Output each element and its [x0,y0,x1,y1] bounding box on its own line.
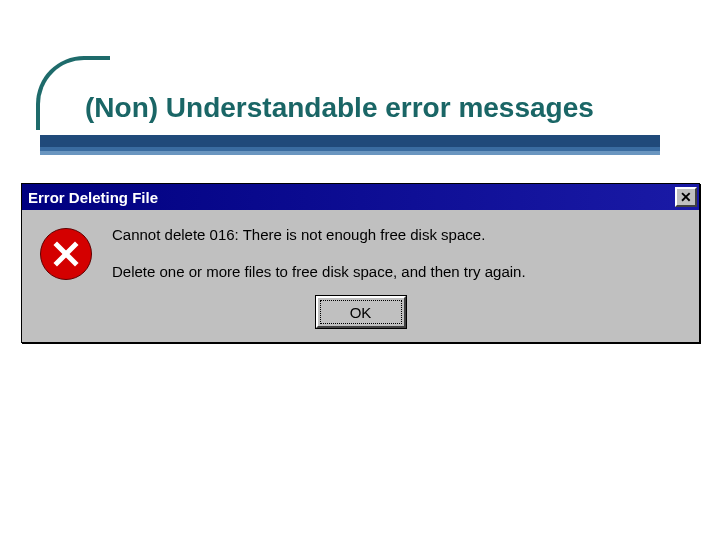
error-dialog: Error Deleting File ✕ Cannot delete 016:… [21,183,700,343]
dialog-titlebar[interactable]: Error Deleting File ✕ [22,184,699,210]
dialog-body: Cannot delete 016: There is not enough f… [22,210,699,342]
dialog-title: Error Deleting File [28,189,158,206]
slide-title: (Non) Understandable error messages [85,92,594,124]
close-icon: ✕ [680,189,692,205]
slide: (Non) Understandable error messages Erro… [0,0,720,540]
close-button[interactable]: ✕ [675,187,697,207]
message-line-2: Delete one or more files to free disk sp… [112,263,526,280]
message-column: Cannot delete 016: There is not enough f… [112,224,526,280]
button-row: OK [36,296,685,328]
ok-button[interactable]: OK [316,296,406,328]
title-underline [40,135,660,155]
dialog-content-row: Cannot delete 016: There is not enough f… [36,224,685,280]
message-line-1: Cannot delete 016: There is not enough f… [112,226,526,243]
error-icon [40,228,92,280]
